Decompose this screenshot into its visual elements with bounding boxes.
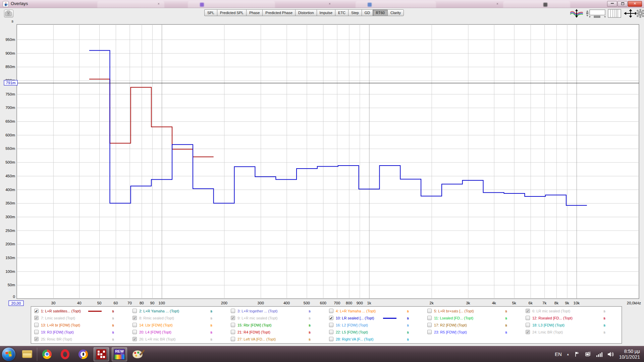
legend-item-4[interactable]: 4: L+R Yamaha ... (Topt)s [327, 307, 425, 314]
legend-checkbox[interactable] [427, 330, 432, 334]
legend-unit-toggle[interactable]: s [505, 330, 507, 334]
legend-unit-toggle[interactable]: s [505, 309, 507, 313]
legend-checkbox[interactable] [34, 330, 39, 334]
legend-item-13[interactable]: 13: L+R br [FDW] (Topt)s [32, 321, 130, 328]
legend-checkbox[interactable] [427, 309, 432, 313]
legend-item-20[interactable]: 20: L4 [FDW] (Topt)s [130, 328, 228, 336]
legend-checkbox[interactable] [329, 337, 333, 341]
legend-item-23[interactable]: 23: R5 [FDW] (Topt)s [425, 328, 523, 336]
legend-unit-toggle[interactable]: s [210, 309, 212, 313]
clock[interactable]: 8:50 μμ 10/1/2021 [619, 349, 640, 360]
legend-checkbox[interactable] [329, 309, 333, 313]
legend-unit-toggle[interactable]: s [112, 309, 114, 313]
legend-unit-toggle[interactable]: s [112, 337, 114, 341]
legend-item-21[interactable]: 21: R4 [FDW] (Topt)s [228, 328, 327, 336]
legend-item-9[interactable]: ✓9: L+R mic sealed (Topt)s [228, 314, 327, 321]
legend-item-2[interactable]: 2: L+R Yamaha ... (Topt)s [130, 307, 228, 314]
legend-unit-toggle[interactable]: s [112, 323, 114, 327]
legend-unit-toggle[interactable]: s [603, 309, 605, 313]
legend-item-3[interactable]: 3: L+R together ... (Topt)s [228, 307, 327, 314]
legend-unit-toggle[interactable]: s [210, 337, 212, 341]
legend-unit-toggle[interactable]: s [505, 316, 507, 320]
legend-item-5[interactable]: 5: L+R br+sats [... (Topt)s [425, 307, 523, 314]
legend-unit-toggle[interactable]: s [210, 330, 212, 334]
legend-item-19[interactable]: 19: R3 [FDW] (Topt)s [32, 328, 130, 336]
legend-unit-toggle[interactable]: s [603, 316, 605, 320]
legend-item-24[interactable]: ✓24: Lmic BR (Topt)s [523, 328, 622, 336]
legend-unit-toggle[interactable]: s [309, 323, 311, 327]
legend-checkbox[interactable] [231, 337, 235, 341]
legend-unit-toggle[interactable]: s [112, 330, 114, 334]
legend-checkbox[interactable] [132, 309, 137, 313]
power-plug-icon[interactable] [585, 351, 592, 357]
legend-item-14[interactable]: 14: Lbr [FDW] (Topt)s [130, 321, 228, 328]
legend-unit-toggle[interactable]: s [407, 316, 409, 320]
legend-unit-toggle[interactable]: s [210, 316, 212, 320]
legend-unit-toggle[interactable]: s [309, 330, 311, 334]
legend-unit-toggle[interactable]: s [407, 323, 409, 327]
legend-checkbox[interactable] [427, 323, 432, 327]
taskbar-explorer-icon[interactable] [19, 347, 35, 361]
legend-item-22[interactable]: 22: L5 [FDW] (Topt)s [327, 328, 425, 336]
legend-unit-toggle[interactable]: s [210, 323, 212, 327]
taskbar-opera-icon[interactable] [57, 347, 73, 361]
legend-checkbox[interactable] [231, 330, 235, 334]
legend-checkbox[interactable] [526, 323, 530, 327]
legend-unit-toggle[interactable]: s [112, 316, 114, 320]
legend-checkbox[interactable] [231, 309, 235, 313]
taskbar-chrome-icon[interactable] [39, 347, 55, 361]
legend-item-15[interactable]: 15: Rbr [FDW] (Topt)s [228, 321, 327, 328]
legend-checkbox[interactable]: ✓ [526, 309, 530, 313]
legend-item-25[interactable]: ✓25: Rmic BR (Topt)s [32, 336, 130, 343]
legend-checkbox[interactable] [231, 323, 235, 327]
legend-unit-toggle[interactable]: s [603, 323, 605, 327]
legend-unit-toggle[interactable]: s [309, 309, 311, 313]
taskbar-rew-icon[interactable]: REWV5.1 [112, 347, 127, 361]
volume-icon[interactable] [607, 351, 614, 357]
legend-item-28[interactable]: 28: Right VA [F... (Topt)s [327, 336, 425, 343]
network-signal-icon[interactable] [596, 352, 602, 357]
legend-item-7[interactable]: ✓7: Lmic sealed (Topt)s [32, 314, 130, 321]
legend-item-18[interactable]: 18: L3 [FDW] (Topt)s [523, 321, 622, 328]
legend-checkbox[interactable] [526, 316, 530, 320]
legend-item-26[interactable]: ✓26: L+R mic BR (Topt)s [130, 336, 228, 343]
legend-item-10[interactable]: ✓10: LR sealed [... (Topt)s [327, 314, 425, 321]
legend-unit-toggle[interactable]: s [309, 337, 311, 341]
action-center-flag-icon[interactable] [574, 351, 580, 357]
legend-checkbox[interactable]: ✓ [329, 316, 333, 320]
legend-item-6[interactable]: ✓6: LR mic sealed (Topt)s [523, 307, 622, 314]
legend-item-11[interactable]: 11: Lsealed [FD... (Topt)s [425, 314, 523, 321]
legend-checkbox[interactable]: ✓ [132, 316, 137, 320]
taskbar-paint-icon[interactable] [130, 347, 145, 361]
legend-checkbox[interactable] [34, 323, 39, 327]
legend-checkbox[interactable]: ✓ [132, 337, 137, 341]
legend-unit-toggle[interactable]: s [505, 323, 507, 327]
legend-checkbox[interactable]: ✓ [34, 316, 39, 320]
taskbar-red-grid-app-icon[interactable] [94, 347, 109, 361]
legend-checkbox[interactable]: ✓ [231, 316, 235, 320]
legend-unit-toggle[interactable]: s [407, 337, 409, 341]
legend-unit-toggle[interactable]: s [407, 330, 409, 334]
legend-item-27[interactable]: 27: Left VA [FD... (Topt)s [228, 336, 327, 343]
legend-checkbox[interactable] [329, 330, 333, 334]
legend-item-16[interactable]: 16: L2 [FDW] (Topt)s [327, 321, 425, 328]
legend-checkbox[interactable] [427, 316, 432, 320]
legend-checkbox[interactable] [329, 323, 333, 327]
taskbar-avast-browser-icon[interactable] [75, 347, 91, 361]
legend-checkbox[interactable]: ✓ [34, 309, 39, 313]
language-indicator[interactable]: EN [555, 351, 562, 357]
legend-unit-toggle[interactable]: s [603, 330, 605, 334]
legend-item-12[interactable]: 12: Rsealed [FD... (Topt)s [523, 314, 622, 321]
start-button[interactable] [2, 348, 15, 361]
hidden-icons-chevron[interactable]: ▲ [567, 353, 570, 356]
legend-unit-toggle[interactable]: s [407, 309, 409, 313]
legend-item-1[interactable]: ✓1: L+R satellites... (Topt)s [32, 307, 130, 314]
legend-checkbox[interactable] [132, 323, 137, 327]
legend-checkbox[interactable]: ✓ [34, 337, 39, 341]
legend-checkbox[interactable]: ✓ [526, 330, 530, 334]
legend-item-17[interactable]: 17: R2 [FDW] (Topt)s [425, 321, 523, 328]
legend-checkbox[interactable] [132, 330, 137, 334]
legend-unit-toggle[interactable]: s [309, 316, 311, 320]
legend-item-8[interactable]: ✓8: Rmic sealed (Topt)s [130, 314, 228, 321]
rt60-chart[interactable]: s50m100m150m200m250m300m350m400m450m500m… [0, 0, 644, 312]
